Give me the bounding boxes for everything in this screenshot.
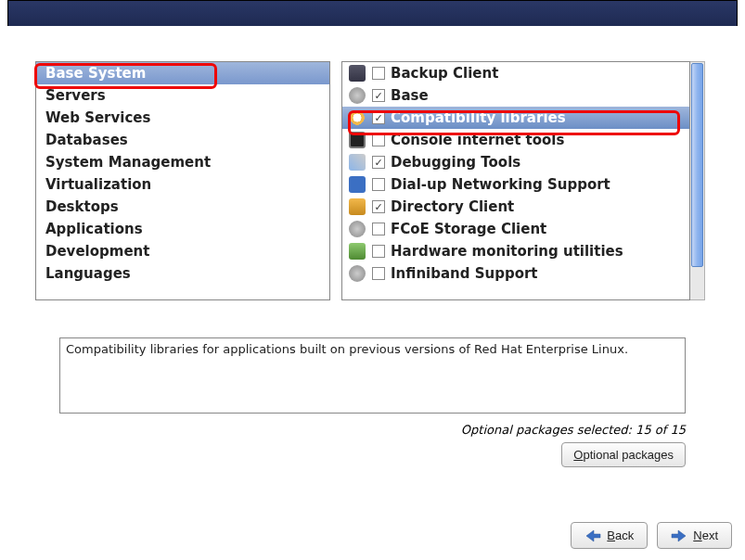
category-item[interactable]: Languages bbox=[36, 262, 329, 285]
gear-icon bbox=[348, 220, 366, 238]
optional-packages-button[interactable]: Optional packages bbox=[561, 442, 686, 467]
description-box: Compatibility libraries for applications… bbox=[59, 337, 686, 414]
package-label: Directory Client bbox=[391, 198, 514, 215]
package-label: Backup Client bbox=[391, 65, 498, 82]
package-checkbox[interactable]: ✓ bbox=[372, 156, 385, 169]
package-row[interactable]: Backup Client bbox=[342, 62, 689, 84]
package-row[interactable]: ✓Compatibility libraries bbox=[342, 107, 689, 129]
package-row[interactable]: Infiniband Support bbox=[342, 262, 689, 285]
package-row[interactable]: ✓Directory Client bbox=[342, 196, 689, 218]
package-checkbox[interactable] bbox=[372, 67, 385, 80]
category-item[interactable]: Virtualization bbox=[36, 173, 329, 196]
tools-icon bbox=[348, 153, 366, 172]
package-checkbox[interactable]: ✓ bbox=[372, 111, 385, 124]
main-area: Base SystemServersWeb ServicesDatabasesS… bbox=[0, 26, 745, 310]
phone-icon bbox=[348, 175, 366, 194]
package-checkbox[interactable] bbox=[372, 267, 385, 280]
package-row[interactable]: FCoE Storage Client bbox=[342, 218, 689, 240]
top-banner bbox=[7, 0, 738, 26]
category-item[interactable]: Desktops bbox=[36, 196, 329, 218]
package-label: Base bbox=[391, 87, 429, 104]
package-row[interactable]: Console internet tools bbox=[342, 129, 689, 151]
back-label-rest: ack bbox=[615, 528, 634, 542]
package-label: Debugging Tools bbox=[391, 154, 520, 171]
back-button[interactable]: Back bbox=[571, 522, 648, 549]
scroll-thumb[interactable] bbox=[691, 63, 703, 267]
package-list[interactable]: Backup Client✓Base✓Compatibility librari… bbox=[341, 61, 690, 300]
package-row[interactable]: Dial-up Networking Support bbox=[342, 173, 689, 196]
package-checkbox[interactable]: ✓ bbox=[372, 200, 385, 213]
arrow-left-icon bbox=[584, 529, 601, 542]
back-mnemonic: B bbox=[607, 528, 615, 542]
next-label-rest: ext bbox=[702, 528, 718, 542]
hw-icon bbox=[348, 242, 366, 261]
nav-row: Back Next bbox=[571, 522, 732, 549]
package-label: FCoE Storage Client bbox=[391, 221, 546, 237]
package-checkbox[interactable] bbox=[372, 245, 385, 258]
category-list[interactable]: Base SystemServersWeb ServicesDatabasesS… bbox=[35, 61, 330, 300]
arrow-right-icon bbox=[671, 529, 687, 542]
package-label: Console internet tools bbox=[391, 132, 564, 148]
category-item[interactable]: Applications bbox=[36, 218, 329, 240]
tape-icon bbox=[348, 64, 366, 83]
package-label: Infiniband Support bbox=[391, 265, 538, 282]
gear-icon bbox=[348, 86, 366, 105]
package-checkbox[interactable]: ✓ bbox=[372, 89, 385, 102]
package-label: Compatibility libraries bbox=[391, 109, 566, 126]
package-checkbox[interactable] bbox=[372, 223, 385, 235]
scrollbar[interactable] bbox=[690, 61, 705, 300]
category-item[interactable]: Databases bbox=[36, 129, 329, 151]
package-row[interactable]: ✓Debugging Tools bbox=[342, 151, 689, 173]
package-label: Hardware monitoring utilities bbox=[391, 243, 623, 260]
category-item[interactable]: System Management bbox=[36, 151, 329, 173]
package-checkbox[interactable] bbox=[372, 134, 385, 146]
term-icon bbox=[348, 131, 366, 149]
dir-icon bbox=[348, 197, 366, 216]
status-text: Optional packages selected: 15 of 15 bbox=[0, 419, 745, 439]
package-row[interactable]: Hardware monitoring utilities bbox=[342, 240, 689, 262]
package-checkbox[interactable] bbox=[372, 178, 385, 191]
next-button[interactable]: Next bbox=[657, 522, 732, 549]
category-item[interactable]: Servers bbox=[36, 84, 329, 107]
package-row[interactable]: ✓Base bbox=[342, 84, 689, 107]
category-item[interactable]: Development bbox=[36, 240, 329, 262]
optional-mnemonic: O bbox=[573, 448, 583, 462]
ring-icon bbox=[348, 108, 366, 127]
category-item[interactable]: Base System bbox=[36, 62, 329, 84]
optional-label-rest: ptional packages bbox=[583, 448, 674, 462]
package-label: Dial-up Networking Support bbox=[391, 176, 610, 193]
package-panel-wrap: Backup Client✓Base✓Compatibility librari… bbox=[341, 61, 705, 300]
next-mnemonic: N bbox=[693, 528, 701, 542]
gear-icon bbox=[348, 264, 366, 283]
category-item[interactable]: Web Services bbox=[36, 107, 329, 129]
